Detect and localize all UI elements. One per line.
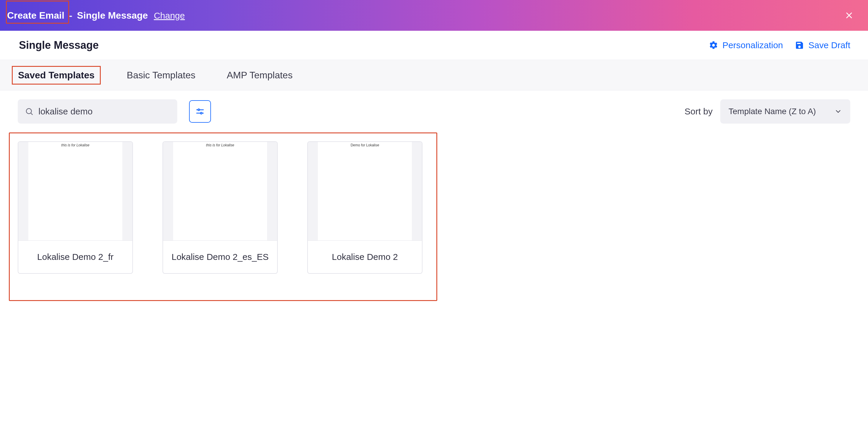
page-title: Single Message bbox=[19, 39, 99, 52]
close-button[interactable] bbox=[842, 8, 856, 23]
template-preview-text: Demo for Lokalise bbox=[308, 143, 422, 147]
save-draft-button[interactable]: Save Draft bbox=[795, 40, 850, 50]
template-name: Lokalise Demo 2 bbox=[308, 241, 422, 273]
subheader: Single Message Personalization Save Draf… bbox=[0, 31, 868, 60]
template-preview-text: this is for Lokalise bbox=[163, 143, 277, 147]
templates-grid: this is for Lokalise Lokalise Demo 2_fr … bbox=[18, 141, 850, 274]
breadcrumb-sub: Single Message bbox=[77, 10, 148, 21]
svg-point-2 bbox=[26, 109, 32, 114]
template-preview: this is for Lokalise bbox=[163, 142, 277, 241]
sort-label: Sort by bbox=[685, 107, 713, 116]
tab-saved-templates[interactable]: Saved Templates bbox=[12, 66, 101, 85]
breadcrumb-main: Create Email bbox=[7, 10, 64, 21]
template-card[interactable]: this is for Lokalise Lokalise Demo 2_fr bbox=[18, 141, 133, 274]
change-link[interactable]: Change bbox=[154, 11, 185, 21]
breadcrumb: Create Email - Single Message Change bbox=[7, 10, 185, 21]
close-icon bbox=[845, 11, 853, 20]
chevron-down-icon bbox=[834, 108, 842, 115]
template-name: Lokalise Demo 2_fr bbox=[18, 241, 132, 273]
svg-line-3 bbox=[31, 113, 32, 115]
search-field-wrap[interactable] bbox=[18, 99, 177, 124]
template-preview-text: this is for Lokalise bbox=[18, 143, 132, 147]
sort-select[interactable]: Template Name (Z to A) bbox=[720, 99, 850, 124]
tab-amp-templates[interactable]: AMP Templates bbox=[221, 67, 298, 84]
template-card[interactable]: Demo for Lokalise Lokalise Demo 2 bbox=[307, 141, 423, 274]
templates-area: this is for Lokalise Lokalise Demo 2_fr … bbox=[0, 126, 868, 289]
svg-point-7 bbox=[200, 112, 202, 114]
save-draft-label: Save Draft bbox=[808, 40, 850, 50]
save-icon bbox=[795, 40, 804, 50]
template-preview: Demo for Lokalise bbox=[308, 142, 422, 241]
topbar: Create Email - Single Message Change bbox=[0, 0, 868, 31]
tab-basic-templates[interactable]: Basic Templates bbox=[121, 67, 200, 84]
sort-value: Template Name (Z to A) bbox=[728, 107, 816, 116]
subheader-actions: Personalization Save Draft bbox=[709, 40, 850, 50]
template-preview: this is for Lokalise bbox=[18, 142, 132, 241]
sliders-icon bbox=[195, 107, 205, 116]
tabs-bar: Saved Templates Basic Templates AMP Temp… bbox=[0, 60, 868, 90]
sort-wrap: Sort by Template Name (Z to A) bbox=[685, 99, 850, 124]
filter-button[interactable] bbox=[189, 100, 211, 123]
personalization-label: Personalization bbox=[722, 40, 783, 50]
search-icon bbox=[25, 107, 34, 116]
gear-icon bbox=[709, 40, 718, 50]
personalization-button[interactable]: Personalization bbox=[709, 40, 783, 50]
toolbar: Sort by Template Name (Z to A) bbox=[0, 90, 868, 126]
breadcrumb-separator: - bbox=[69, 10, 72, 21]
template-card[interactable]: this is for Lokalise Lokalise Demo 2_es_… bbox=[162, 141, 278, 274]
svg-point-5 bbox=[198, 109, 200, 111]
search-input[interactable] bbox=[38, 107, 170, 116]
template-name: Lokalise Demo 2_es_ES bbox=[163, 241, 277, 273]
